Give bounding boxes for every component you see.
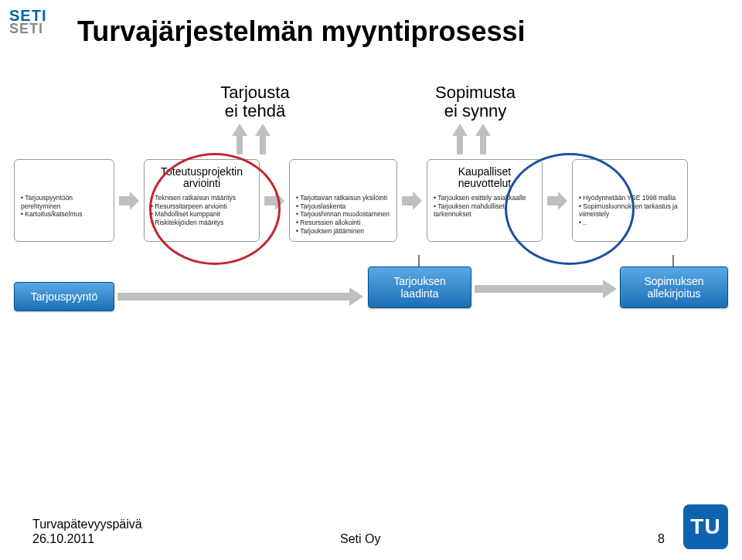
stage-bullets: Teknisen ratkaisun määritys Resurssitarp… xyxy=(151,194,253,227)
stage-box-evaluation: Toteutusprojektin arviointi Teknisen rat… xyxy=(144,159,260,242)
page-title: Turvajärjestelmän myyntiprosessi xyxy=(77,15,526,48)
stage-header: Kaupalliset neuvottelut xyxy=(434,165,536,191)
bullet: Riskitekijöiden määritys xyxy=(151,219,253,227)
arrow-up-icon xyxy=(255,124,271,154)
stage-bullets: Tarjouksen esittely asiakkaalle Tarjouks… xyxy=(434,194,536,219)
stage-header: Toteutusprojektin arviointi xyxy=(151,165,253,191)
brand-logo-line2: SETI xyxy=(9,22,46,36)
footer-date: 26.10.2011 xyxy=(32,532,94,545)
svg-marker-5 xyxy=(264,192,284,210)
bullet: .. xyxy=(579,219,681,227)
arrow-right-icon xyxy=(475,280,617,298)
connector-line xyxy=(418,255,420,267)
stage-header xyxy=(579,165,681,191)
brand-logo: SETI SETI xyxy=(9,8,46,36)
bullet: Tarjouksen mahdolliset tarkennukset xyxy=(434,202,536,219)
bullet: Resurssitarpeen arviointi xyxy=(151,202,253,211)
stage-header xyxy=(21,165,107,191)
stage-bullets: Tarjottavan ratkaisun yksilöinti Tarjous… xyxy=(296,194,390,235)
svg-marker-3 xyxy=(475,124,491,154)
arrow-right-icon xyxy=(264,190,284,212)
bullet: Mahdolliset kumppanit xyxy=(151,210,253,219)
branch-label-no-contract: Sopimustaei synny xyxy=(421,83,529,120)
branch-label-no-offer: Tarjoustaei tehdä xyxy=(201,83,309,120)
bullet: Tarjoushinnan muodostaminen xyxy=(296,210,390,219)
bullet: Hyödynnetään YSE 1998 mallia xyxy=(579,194,681,202)
arrow-up-icon xyxy=(232,124,247,154)
process-stage-row: Tarjouspyyntöön perehtyminen Kartoitus/k… xyxy=(14,159,728,242)
arrow-right-icon xyxy=(119,190,139,212)
svg-marker-4 xyxy=(119,192,139,210)
svg-marker-2 xyxy=(452,124,468,154)
stage-box-tender-prep: Tarjottavan ratkaisun yksilöinti Tarjous… xyxy=(289,159,397,242)
arrow-up-icon xyxy=(452,124,468,154)
bullet: Tarjouslaskenta xyxy=(296,202,390,211)
stage-box-signing: Hyödynnetään YSE 1998 mallia Sopimusluon… xyxy=(572,159,688,242)
footer-org: Seti Oy xyxy=(340,532,380,546)
bullet: Kartoitus/katselmus xyxy=(21,210,107,219)
stage-header xyxy=(296,165,390,191)
bullet: Tarjouspyyntöön perehtyminen xyxy=(21,194,107,210)
arrow-right-icon xyxy=(547,190,567,212)
svg-marker-9 xyxy=(475,280,617,298)
bullet: Sopimusluonnoksen tarkastus ja viimeiste… xyxy=(579,202,681,219)
svg-marker-7 xyxy=(547,192,567,210)
svg-marker-8 xyxy=(117,287,363,306)
stage-box-negotiation: Kaupalliset neuvottelut Tarjouksen esitt… xyxy=(427,159,543,242)
bullet: Resurssien allokointi xyxy=(296,219,390,227)
arrow-right-icon xyxy=(402,190,422,212)
svg-marker-1 xyxy=(255,124,271,154)
tu-badge-icon: TU xyxy=(683,504,728,549)
stage-box-intake: Tarjouspyyntöön perehtyminen Kartoitus/k… xyxy=(14,159,114,242)
svg-marker-0 xyxy=(232,124,247,154)
bullet: Tarjouksen jättäminen xyxy=(296,227,390,236)
arrow-right-icon xyxy=(117,287,363,306)
tu-badge-text: TU xyxy=(690,514,720,539)
step-sopimuksen-allekirjoitus: Sopimuksen allekirjoitus xyxy=(620,266,728,308)
footer-event: Turvapätevyyspäivä 26.10.2011 xyxy=(32,517,142,546)
arrow-up-icon xyxy=(475,124,491,154)
bullet: Tarjottavan ratkaisun yksilöinti xyxy=(296,194,390,202)
stage-bullets: Hyödynnetään YSE 1998 mallia Sopimusluon… xyxy=(579,194,681,227)
footer-page: 8 xyxy=(658,532,665,546)
stage-bullets: Tarjouspyyntöön perehtyminen Kartoitus/k… xyxy=(21,194,107,219)
svg-marker-6 xyxy=(402,192,422,210)
connector-line xyxy=(672,255,674,267)
bullet: Tarjouksen esittely asiakkaalle xyxy=(434,194,536,202)
footer-event-name: Turvapätevyyspäivä xyxy=(32,518,142,531)
bullet: Teknisen ratkaisun määritys xyxy=(151,194,253,202)
step-tarjouspyynto: Tarjouspyyntö xyxy=(14,282,114,311)
step-tarjouksen-laadinta: Tarjouksen laadinta xyxy=(368,266,471,308)
